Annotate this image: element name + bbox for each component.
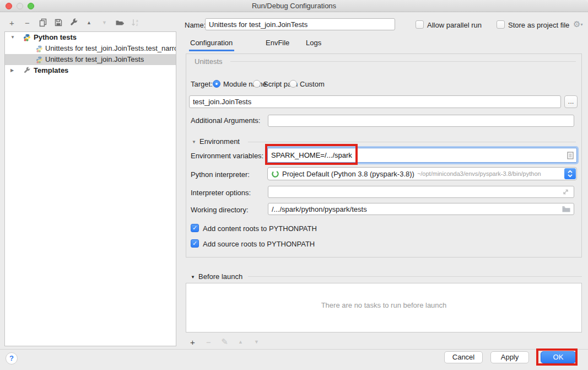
save-configuration-button[interactable]: [53, 18, 63, 28]
run-debug-configurations-dialog: Run/Debug Configurations + − ▲ ▼ az ▼ Py: [0, 0, 588, 370]
add-source-roots-checkbox[interactable]: ✓: [191, 239, 199, 248]
target-custom-radio[interactable]: [289, 80, 297, 88]
section-divider: [248, 142, 576, 142]
before-launch-tasks-list[interactable]: There are no tasks to run before launch: [186, 283, 582, 333]
tree-item-templates[interactable]: ▶ Templates: [5, 65, 176, 76]
name-input[interactable]: [205, 18, 395, 30]
store-as-project-file-checkbox[interactable]: [497, 20, 505, 29]
remove-configuration-button[interactable]: −: [23, 18, 32, 28]
python-interpreter-select[interactable]: Project Default (Python 3.8 (pyspark-3.8…: [267, 167, 577, 180]
tab-configuration[interactable]: Configuration: [190, 39, 233, 50]
new-folder-button[interactable]: [115, 18, 125, 28]
browse-target-button[interactable]: ...: [564, 95, 578, 108]
section-divider: [230, 61, 576, 62]
gear-icon: ⚙: [573, 19, 580, 29]
working-directory-input[interactable]: [268, 203, 574, 215]
target-script-path-radio[interactable]: [253, 80, 261, 88]
window-title: Run/Debug Configurations: [0, 2, 588, 10]
active-tab-indicator: [189, 50, 234, 51]
templates-wrench-icon: [23, 65, 31, 76]
copy-configuration-button[interactable]: [38, 18, 47, 28]
cancel-button[interactable]: Cancel: [444, 351, 483, 363]
move-task-down-button[interactable]: ▼: [252, 337, 261, 347]
target-module-name-radio[interactable]: [213, 80, 220, 88]
footer-divider: [0, 349, 588, 350]
before-launch-expander-icon[interactable]: ▼: [191, 275, 195, 280]
interpreter-value: Project Default (Python 3.8 (pyspark-3.8…: [282, 170, 414, 178]
add-task-button[interactable]: +: [188, 337, 197, 347]
interpreter-path: ~/opt/miniconda3/envs/pyspark-3.8/bin/py…: [417, 170, 541, 177]
python-tests-icon: [23, 32, 31, 43]
target-custom-label: Custom: [300, 80, 325, 88]
plus-icon: +: [9, 18, 14, 28]
minus-icon: −: [25, 18, 30, 28]
new-folder-icon: [115, 18, 125, 27]
add-source-roots-label: Add source roots to PYTHONPATH: [203, 240, 315, 248]
allow-parallel-run-label: Allow parallel run: [427, 21, 482, 29]
apply-button[interactable]: Apply: [490, 351, 529, 363]
store-options-gear-button[interactable]: ⚙▾: [573, 19, 582, 29]
tree-item-label: Templates: [34, 65, 68, 76]
add-content-roots-label: Add content roots to PYTHONPATH: [203, 224, 317, 233]
edit-templates-button[interactable]: [69, 18, 78, 28]
tree-item-unittests-test-narrow[interactable]: Unittests for test_join.JoinTests.test_n…: [5, 43, 176, 54]
arrow-up-icon: ▲: [87, 20, 91, 25]
edit-task-button[interactable]: ✎: [220, 337, 229, 347]
help-button[interactable]: ?: [6, 352, 18, 364]
arrow-down-icon: ▼: [254, 339, 259, 345]
move-task-up-button[interactable]: ▲: [236, 337, 245, 347]
before-launch-section-title: Before launch: [198, 272, 242, 281]
target-input[interactable]: [189, 95, 561, 108]
python-test-config-icon: [36, 54, 43, 65]
check-icon: ✓: [191, 240, 198, 247]
save-icon: [54, 18, 63, 27]
python-test-config-icon: [36, 43, 43, 54]
tree-item-python-tests[interactable]: ▼ Python tests: [5, 32, 176, 43]
combo-spinner-icon[interactable]: [564, 168, 576, 179]
allow-parallel-run-checkbox[interactable]: [416, 20, 424, 29]
remove-task-button[interactable]: −: [204, 337, 213, 347]
sort-az-icon: az: [131, 18, 140, 27]
name-label: Name:: [185, 21, 206, 29]
move-down-button[interactable]: ▼: [100, 18, 109, 28]
plus-icon: +: [190, 337, 195, 347]
expander-icon[interactable]: ▼: [10, 32, 15, 43]
before-launch-toolbar: + − ✎ ▲ ▼: [188, 336, 261, 347]
python-interpreter-label: Python interpreter:: [191, 170, 250, 179]
expand-field-icon[interactable]: [562, 189, 569, 196]
tab-logs[interactable]: Logs: [306, 39, 321, 50]
chevron-down-icon: ▾: [580, 22, 582, 27]
folder-browse-icon[interactable]: [562, 206, 570, 212]
sort-configurations-button[interactable]: az: [131, 18, 140, 28]
svg-text:z: z: [136, 23, 138, 26]
environment-section-title: Environment: [199, 137, 240, 146]
svg-text:a: a: [136, 19, 138, 23]
pencil-icon: ✎: [221, 337, 228, 347]
add-configuration-button[interactable]: +: [7, 18, 17, 28]
expander-icon[interactable]: ▶: [10, 65, 14, 76]
additional-arguments-label: Additional Arguments:: [191, 116, 260, 125]
add-content-roots-checkbox[interactable]: ✓: [191, 224, 199, 232]
move-up-button[interactable]: ▲: [84, 18, 94, 28]
tab-envfile[interactable]: EnvFile: [266, 39, 289, 50]
environment-variables-input[interactable]: [268, 151, 576, 159]
tree-item-unittests-jointests-selected[interactable]: Unittests for test_join.JoinTests: [5, 54, 176, 65]
environment-variables-field[interactable]: [267, 148, 577, 163]
arrow-down-icon: ▼: [102, 20, 107, 25]
check-icon: ✓: [191, 224, 198, 232]
minus-icon: −: [206, 337, 211, 347]
before-launch-empty-text: There are no tasks to run before launch: [186, 301, 581, 309]
interpreter-options-input[interactable]: [268, 186, 574, 198]
tree-item-label: Unittests for test_join.JoinTests.test_n…: [45, 43, 176, 54]
configurations-tree: ▼ Python tests Unittests for test_join.J…: [4, 31, 176, 346]
environment-expander-icon[interactable]: ▼: [192, 140, 196, 144]
arrow-up-icon: ▲: [238, 339, 243, 345]
tree-item-label: Unittests for test_join.JoinTests: [45, 54, 144, 65]
ok-button[interactable]: OK: [541, 351, 576, 363]
section-divider: [248, 276, 582, 277]
unittests-section-title: Unittests: [195, 57, 223, 66]
env-vars-list-icon[interactable]: [567, 152, 574, 159]
wrench-icon: [69, 18, 78, 27]
interpreter-options-label: Interpreter options:: [191, 189, 251, 197]
additional-arguments-input[interactable]: [268, 115, 574, 127]
